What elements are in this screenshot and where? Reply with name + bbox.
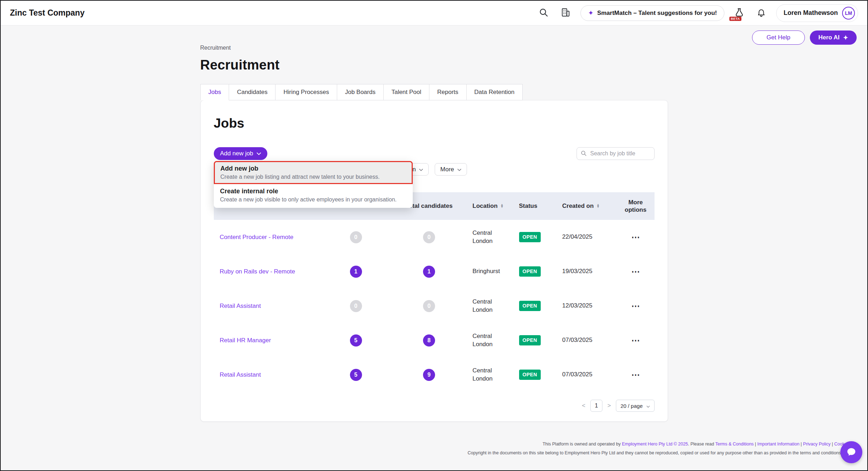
job-title-link[interactable]: Retail Assistant: [220, 371, 261, 378]
job-title-cell: Retail HR Manager: [214, 337, 319, 344]
menu-item-create-internal-role[interactable]: Create internal roleCreate a new job vis…: [214, 184, 413, 206]
chat-widget-button[interactable]: [840, 441, 862, 463]
job-title-cell: Retail Assistant: [214, 371, 319, 378]
sparkle-icon: ✦: [843, 35, 848, 41]
breadcrumb[interactable]: Recruitment: [200, 45, 668, 51]
footer-line-2: Copyright in the documents on this site …: [468, 449, 845, 458]
tab-hiring-processes[interactable]: Hiring Processes: [275, 84, 337, 100]
status-badge: OPEN: [519, 370, 541, 380]
location-cell: Central London: [466, 229, 512, 245]
menu-item-add-new-job[interactable]: Add new jobCreate a new job listing and …: [214, 161, 413, 184]
job-title-cell: Ruby on Rails dev - Remote: [214, 268, 319, 275]
get-help-button[interactable]: Get Help: [752, 31, 805, 45]
footer-separator: |: [831, 442, 834, 447]
status-cell: OPEN: [512, 370, 555, 380]
sort-icon[interactable]: ▲▼: [500, 204, 503, 208]
status-cell: OPEN: [512, 232, 555, 242]
status-badge: OPEN: [519, 266, 541, 277]
tab-talent-pool[interactable]: Talent Pool: [383, 84, 429, 100]
chevron-down-icon: [457, 166, 461, 173]
chat-icon: [846, 447, 857, 458]
menu-item-description: Create a new job listing and attract new…: [221, 174, 406, 180]
important-information-link[interactable]: Important Information: [757, 442, 800, 447]
table-row: Ruby on Rails dev - Remote11BringhurstOP…: [214, 254, 655, 289]
location-cell: Central London: [466, 332, 512, 349]
notifications-button[interactable]: [754, 6, 768, 20]
new-candidates-badge: 0: [350, 300, 362, 312]
chevron-down-icon: [257, 150, 261, 157]
job-search-input[interactable]: [577, 147, 655, 160]
job-title-link[interactable]: Ruby on Rails dev - Remote: [220, 268, 295, 275]
footer-text: . Please read: [688, 442, 715, 447]
topbar-actions: ✦ SmartMatch – Talent suggestions for yo…: [536, 4, 858, 22]
hero-ai-label: Hero AI: [818, 34, 840, 41]
page: Zinc Test Company ✦ SmartMatch – Talent …: [0, 0, 868, 471]
new-candidates-badge: 5: [350, 369, 362, 381]
new-candidates-cell: 0: [319, 300, 393, 312]
status-cell: OPEN: [512, 335, 555, 345]
footer-separator: |: [800, 442, 803, 447]
footer-separator: |: [754, 442, 757, 447]
table-row: Retail Assistant00Central LondonOPEN12/0…: [214, 289, 655, 323]
add-new-job-button[interactable]: Add new job: [214, 147, 268, 160]
more-filters-button[interactable]: More: [435, 163, 467, 176]
table-row: Retail HR Manager58Central LondonOPEN07/…: [214, 323, 655, 358]
page-title: Recruitment: [200, 57, 668, 73]
column-label: Location: [473, 203, 498, 210]
privacy-policy-link[interactable]: Privacy Policy: [803, 442, 831, 447]
new-candidates-cell: 5: [319, 334, 393, 347]
main-content: Recruitment Recruitment JobsCandidatesHi…: [200, 26, 668, 422]
job-title-cell: Content Producer - Remote: [214, 234, 319, 241]
total-candidates-badge: 9: [423, 369, 435, 381]
more-filters-label: More: [440, 166, 454, 173]
new-candidates-badge: 5: [350, 334, 362, 347]
job-title-link[interactable]: Retail Assistant: [220, 303, 261, 309]
tab-candidates[interactable]: Candidates: [229, 84, 276, 100]
job-title-link[interactable]: Content Producer - Remote: [220, 234, 294, 240]
sort-icon[interactable]: ▲▼: [596, 204, 600, 208]
jobs-panel: Jobs Add new job Add new jobCreate a new…: [200, 100, 668, 422]
tabs: JobsCandidatesHiring ProcessesJob Boards…: [200, 84, 668, 100]
tab-job-boards[interactable]: Job Boards: [337, 84, 384, 100]
column-header-location[interactable]: Location▲▼: [466, 203, 512, 210]
created-on-cell: 07/03/2025: [555, 371, 616, 379]
total-candidates-badge: 8: [423, 334, 435, 347]
next-page-button[interactable]: >: [606, 402, 612, 409]
chevron-down-icon: [419, 166, 423, 173]
tab-data-retention[interactable]: Data Retention: [466, 84, 523, 100]
page-size-select[interactable]: 20 / page: [616, 400, 655, 412]
created-on-cell: 07/03/2025: [555, 336, 616, 344]
total-candidates-cell: 0: [393, 300, 466, 312]
table-row: Retail Assistant59Central LondonOPEN07/0…: [214, 358, 655, 392]
column-header-created-on[interactable]: Created on▲▼: [555, 203, 616, 210]
page-number[interactable]: 1: [590, 400, 602, 412]
chevron-down-icon: [646, 403, 650, 409]
prev-page-button[interactable]: <: [580, 402, 587, 409]
menu-item-description: Create a new job visible to only active …: [220, 196, 406, 203]
table-row: Content Producer - Remote00Central Londo…: [214, 220, 655, 254]
user-menu[interactable]: Loren Mathewson LM: [776, 4, 858, 22]
column-header-more-options: More options: [616, 199, 655, 214]
smartmatch-button[interactable]: ✦ SmartMatch – Talent suggestions for yo…: [580, 5, 724, 21]
location-cell: Central London: [466, 367, 512, 383]
status-cell: OPEN: [512, 266, 555, 277]
status-badge: OPEN: [519, 232, 541, 242]
total-candidates-cell: 0: [393, 231, 466, 243]
location-cell: Bringhurst: [466, 267, 512, 276]
total-candidates-cell: 9: [393, 369, 466, 381]
job-title-link[interactable]: Retail HR Manager: [220, 337, 271, 344]
search-button[interactable]: [536, 6, 551, 20]
tab-jobs[interactable]: Jobs: [200, 84, 229, 100]
tab-reports[interactable]: Reports: [429, 84, 467, 100]
employment-hero-link[interactable]: Employment Hero Pty Ltd © 2025: [622, 442, 688, 447]
smartmatch-label: SmartMatch – Talent suggestions for you!: [597, 10, 717, 17]
column-header-status: Status: [512, 203, 555, 210]
footer-text: This Platform is owned and operated by: [542, 442, 622, 447]
labs-button[interactable]: BETA: [732, 6, 746, 20]
terms-link[interactable]: Terms & Conditions: [715, 442, 753, 447]
page-size-value: 20 / page: [621, 403, 643, 409]
hero-ai-button[interactable]: Hero AI ✦: [810, 31, 857, 45]
status-badge: OPEN: [519, 301, 541, 311]
footer-line-1: This Platform is owned and operated by E…: [468, 440, 845, 449]
organisation-button[interactable]: [558, 6, 573, 20]
